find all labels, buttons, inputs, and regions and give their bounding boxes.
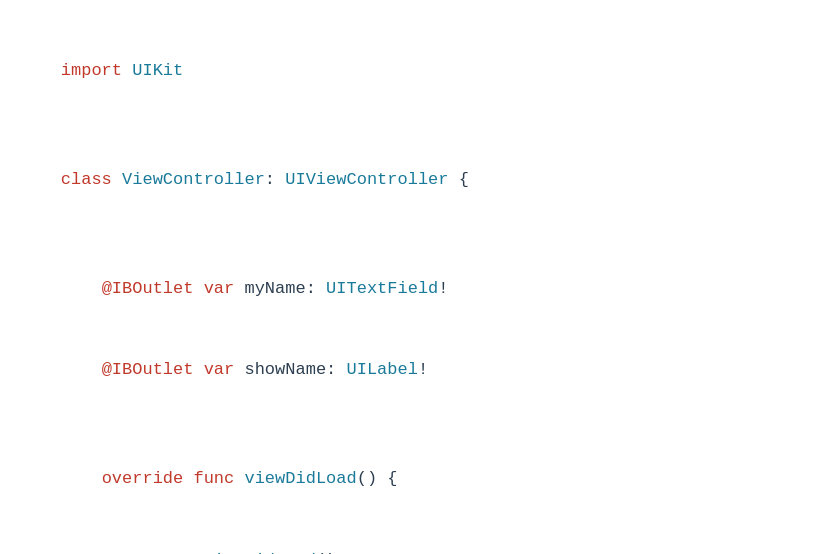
type-uiviewcontroller: UIViewController xyxy=(285,170,448,189)
line-super: super.viewDidLoad() xyxy=(20,519,794,554)
line-class-decl: class ViewController: UIViewController { xyxy=(20,139,794,221)
blank-line-1 xyxy=(20,112,794,139)
code-editor: import UIKit class ViewController: UIVie… xyxy=(20,20,794,554)
keyword-class: class xyxy=(61,170,112,189)
type-uilabel: UILabel xyxy=(347,360,418,379)
func-super-viewdidload: viewDidLoad xyxy=(204,551,316,554)
keyword-super: super xyxy=(142,551,193,554)
class-viewcontroller: ViewController xyxy=(122,170,265,189)
keyword-import: import xyxy=(61,61,122,80)
line-outlet-showname: @IBOutlet var showName: UILabel! xyxy=(20,329,794,411)
blank-line-3 xyxy=(20,411,794,438)
line-override: override func viewDidLoad() { xyxy=(20,438,794,520)
blank-line-2 xyxy=(20,220,794,247)
line-import: import UIKit xyxy=(20,30,794,112)
line-outlet-myname: @IBOutlet var myName: UITextField! xyxy=(20,248,794,330)
attr-iboutlet-1: @IBOutlet xyxy=(102,279,194,298)
keyword-func-1: func xyxy=(193,469,234,488)
type-uitextfield: UITextField xyxy=(326,279,438,298)
var-myname: myName xyxy=(244,279,305,298)
var-showname: showName xyxy=(244,360,326,379)
func-viewdidload: viewDidLoad xyxy=(244,469,356,488)
keyword-var-1: var xyxy=(204,279,235,298)
keyword-var-2: var xyxy=(204,360,235,379)
keyword-override: override xyxy=(102,469,184,488)
attr-iboutlet-2: @IBOutlet xyxy=(102,360,194,379)
type-uikit: UIKit xyxy=(132,61,183,80)
